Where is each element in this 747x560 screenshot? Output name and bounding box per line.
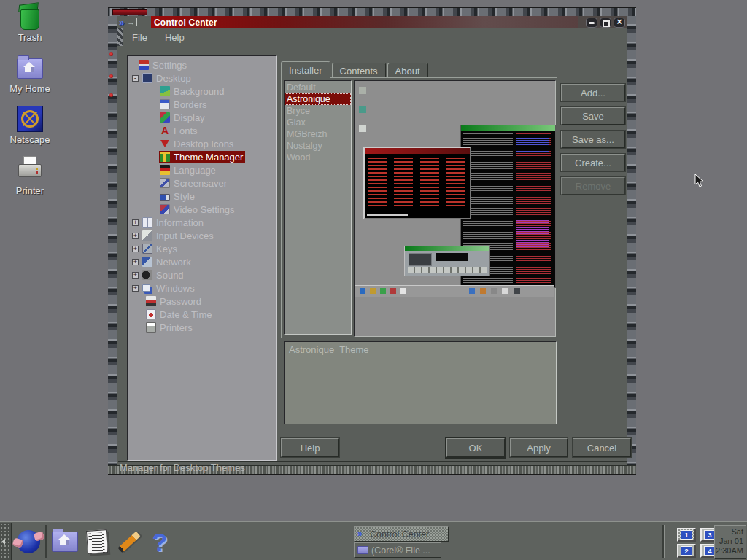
theme-list-item[interactable]: Nostalgy (285, 140, 351, 152)
preview-desktop-icon (359, 106, 366, 113)
tree-item-date-time[interactable]: Date & Time (128, 308, 276, 321)
tree-item-information[interactable]: + Information (128, 216, 276, 229)
app-starter-button[interactable] (13, 526, 44, 558)
help-launcher-button[interactable]: ? (144, 526, 175, 558)
tree-expand-box[interactable]: + (132, 219, 139, 226)
tree-item-display[interactable]: Display (128, 111, 276, 124)
tree-item-sound[interactable]: + Sound (128, 268, 276, 281)
tree-item-input-devices[interactable]: + Input Devices (128, 229, 276, 242)
titlebar[interactable]: » → Control Center × (117, 16, 627, 28)
theme-list-item[interactable]: Glax (285, 117, 351, 128)
status-bar: Manager for Desktop Themes (118, 461, 627, 475)
tab-contents[interactable]: Contents (332, 63, 386, 78)
terminal-button[interactable] (82, 526, 112, 558)
tree-expand-box[interactable]: + (132, 233, 139, 239)
control-center-task-icon: » (357, 530, 367, 538)
task-button-control-center[interactable]: » Control Center (354, 526, 449, 542)
tree-item-borders[interactable]: Borders (128, 98, 276, 111)
tree-collapse-box[interactable]: - (132, 75, 139, 82)
settings-arrows-icon (139, 60, 149, 70)
home-directory-button[interactable] (50, 526, 80, 558)
trash-icon (16, 3, 44, 31)
menu-file[interactable]: File (123, 32, 156, 43)
tree-item-language[interactable]: Language (128, 163, 276, 176)
tree-item-password[interactable]: Password (128, 295, 276, 308)
tree-item-style[interactable]: Style (128, 190, 276, 203)
theme-list-item[interactable]: Bryce (285, 105, 351, 117)
clock-time: 2:30AM (715, 546, 743, 556)
save-button[interactable]: Save (561, 107, 625, 125)
tree-item-screensaver[interactable]: Screensaver (128, 176, 276, 190)
fonts-icon (160, 125, 170, 136)
window-frame-top[interactable] (108, 7, 636, 16)
window-title: Control Center (151, 18, 217, 28)
tree-item-fonts[interactable]: Fonts (128, 124, 276, 137)
panel-hide-handle[interactable] (0, 523, 12, 560)
printer-icon (16, 156, 44, 184)
desktop-icon-netscape[interactable]: Netscape (4, 105, 55, 153)
ok-button[interactable]: OK (446, 438, 505, 457)
window-frame-left[interactable] (108, 16, 117, 465)
cancel-button[interactable]: Cancel (573, 438, 631, 457)
tree-expand-box[interactable]: + (132, 259, 139, 265)
printers-icon (146, 322, 156, 332)
window-frame-right[interactable] (627, 16, 636, 465)
borders-icon (160, 99, 170, 109)
save-as-button[interactable]: Save as... (561, 131, 625, 148)
tree-item-keys[interactable]: + Keys (128, 242, 276, 255)
tree-item-desktop[interactable]: - Desktop (128, 71, 276, 85)
clock-day: Sat (715, 527, 743, 537)
tree-item-printers[interactable]: Printers (128, 321, 276, 334)
sticky-pin-icon[interactable]: → (127, 18, 137, 26)
titlebar-gradient[interactable]: Control Center (151, 16, 578, 28)
frame-red-light (109, 74, 113, 78)
tree-item-desktop-icons[interactable]: Desktop Icons (128, 137, 276, 150)
tab-installer[interactable]: Installer (281, 61, 330, 78)
desktop-icon-my-home[interactable]: My Home (4, 54, 55, 102)
desktop-icon-column: Trash My Home Netscape Printer (4, 3, 55, 207)
tree-expand-box[interactable]: + (132, 272, 139, 279)
mouse-cursor (694, 174, 705, 191)
help-button[interactable]: Help (281, 438, 339, 457)
theme-list-item-selected[interactable]: Astronique (285, 93, 351, 105)
tree-item-theme-manager[interactable]: Theme Manager (128, 150, 276, 163)
menubar-grip[interactable] (117, 28, 123, 46)
language-flag-icon (160, 165, 170, 175)
frame-red-light (109, 52, 113, 56)
password-icon (146, 296, 156, 306)
desktop-icon-trash[interactable]: Trash (4, 3, 55, 51)
close-button[interactable]: × (614, 18, 625, 28)
theme-manager-gift-icon (160, 152, 170, 162)
task-button-corel-file[interactable]: (Corel® File ... (354, 542, 441, 558)
display-icon (160, 112, 170, 122)
tree-expand-box[interactable]: + (132, 246, 139, 252)
pager-desktop-1[interactable]: 1 (677, 528, 696, 542)
maximize-button[interactable] (600, 18, 611, 28)
minimize-button[interactable] (586, 18, 597, 28)
question-mark-icon: ? (152, 529, 168, 554)
tab-about[interactable]: About (387, 63, 428, 78)
menu-help[interactable]: Help (156, 32, 193, 43)
system-menu-icon[interactable]: » (119, 18, 124, 27)
tree-expand-box[interactable]: + (132, 285, 139, 292)
theme-list-item[interactable]: MGBreizh (285, 128, 351, 140)
editor-button[interactable] (114, 526, 144, 558)
tree-item-background[interactable]: Background (128, 85, 276, 98)
tree-item-network[interactable]: + Network (128, 255, 276, 268)
clock-applet[interactable]: Sat Jan 01 2:30AM (714, 525, 746, 559)
create-button[interactable]: Create... (561, 154, 625, 171)
preview-terminal-window (363, 147, 471, 219)
pager-desktop-2[interactable]: 2 (677, 544, 696, 558)
input-devices-icon (142, 230, 152, 241)
apply-button[interactable]: Apply (510, 438, 568, 457)
tree-item-settings[interactable]: Settings (128, 58, 276, 71)
theme-list-item[interactable]: Wood (285, 152, 351, 163)
desktop-monitor-icon (142, 73, 152, 83)
desktop-icon-printer[interactable]: Printer (4, 156, 55, 204)
add-button[interactable]: Add... (561, 84, 625, 101)
theme-list-item[interactable]: Default (285, 82, 351, 93)
theme-list: Default Astronique Bryce Glax MGBreizh N… (284, 80, 352, 335)
tree-item-windows[interactable]: + Windows (128, 281, 276, 295)
remove-button[interactable]: Remove (561, 177, 625, 195)
tree-item-video-settings[interactable]: Video Settings (128, 203, 276, 216)
